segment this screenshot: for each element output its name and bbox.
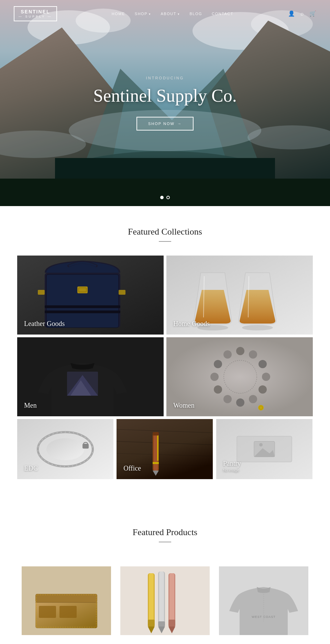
svg-rect-86 (158, 621, 165, 626)
hero-dot-2[interactable] (166, 196, 170, 199)
svg-rect-82 (148, 620, 155, 626)
collections-row-1: Leather Goods (17, 256, 313, 335)
svg-point-36 (258, 360, 267, 368)
svg-point-44 (214, 360, 222, 368)
svg-rect-19 (45, 305, 120, 308)
hero-section: INTRODUCING Sentinel Supply Co. SHOP NOW… (0, 0, 330, 206)
account-icon[interactable]: 👤 (288, 10, 295, 17)
site-logo[interactable]: SENTINEL — SUPPLY — (14, 6, 57, 21)
svg-point-40 (236, 398, 244, 407)
collections-title: Featured Collections (0, 227, 330, 237)
products-title: Featured Products (0, 527, 330, 538)
collection-office[interactable]: Office (117, 419, 213, 479)
svg-point-42 (214, 385, 222, 394)
collections-row-3: EDC (17, 419, 313, 479)
product-wallet-image (21, 566, 112, 635)
svg-point-38 (258, 385, 267, 394)
svg-point-41 (223, 395, 232, 403)
collection-office-label: Office (123, 464, 141, 472)
svg-rect-20 (45, 310, 120, 313)
collections-divider (159, 241, 171, 242)
collection-leather-label: Leather Goods (24, 320, 65, 328)
svg-rect-81 (149, 573, 154, 625)
products-row: WEST COAST (0, 556, 330, 639)
svg-rect-89 (169, 573, 174, 625)
svg-rect-85 (159, 572, 164, 625)
collection-pantry-label: Pantry No image (223, 460, 241, 472)
featured-products-section: Featured Products (0, 486, 330, 644)
svg-point-39 (249, 395, 257, 403)
svg-rect-21 (38, 290, 45, 295)
product-card-pens[interactable] (116, 563, 214, 639)
collection-home-goods[interactable]: Home Goods (166, 256, 313, 335)
products-divider (159, 542, 171, 542)
svg-point-71 (259, 443, 263, 447)
collection-edc-label: EDC (24, 464, 38, 472)
svg-rect-74 (35, 594, 97, 602)
svg-rect-65 (153, 432, 159, 436)
svg-point-34 (236, 347, 244, 355)
svg-rect-90 (168, 620, 175, 626)
collection-women[interactable]: Women (166, 337, 313, 416)
products-header: Featured Products (0, 507, 330, 556)
hero-dots (160, 196, 170, 199)
hero-dot-1[interactable] (160, 196, 164, 199)
svg-point-43 (210, 373, 219, 381)
collection-leather-goods[interactable]: Leather Goods (17, 256, 164, 335)
collection-men-label: Men (24, 402, 37, 409)
svg-point-35 (249, 350, 257, 359)
product-card-shirt[interactable]: WEST COAST (214, 563, 313, 639)
hero-intro-text: INTRODUCING (146, 76, 184, 80)
product-card-wallet[interactable] (17, 563, 116, 639)
nav-icons: 👤 ⌕ 🛒 (288, 10, 316, 17)
nav-home[interactable]: HOME (112, 12, 125, 16)
svg-rect-66 (153, 462, 159, 464)
nav-shop[interactable]: SHOP (135, 12, 151, 16)
svg-rect-22 (119, 290, 125, 295)
product-pens-image (119, 566, 211, 635)
product-shirt-image: WEST COAST (218, 566, 309, 635)
svg-rect-77 (59, 606, 77, 618)
collections-header: Featured Collections (0, 206, 330, 256)
hero-title: Sentinel Supply Co. (93, 86, 236, 106)
collections-grid: Leather Goods (0, 256, 330, 486)
svg-point-45 (223, 350, 232, 359)
svg-rect-63 (157, 433, 158, 461)
shop-now-button[interactable]: SHOP NOW → (136, 117, 194, 131)
hero-overlay: INTRODUCING Sentinel Supply Co. SHOP NOW… (0, 0, 330, 206)
svg-point-53 (46, 438, 84, 460)
cart-icon[interactable]: 🛒 (309, 10, 316, 17)
site-header: SENTINEL — SUPPLY — HOME SHOP ABOUT BLOG… (0, 0, 330, 27)
search-icon[interactable]: ⌕ (300, 11, 304, 17)
collection-pantry[interactable]: Pantry No image (216, 419, 313, 479)
svg-point-27 (242, 325, 273, 330)
collection-women-label: Women (173, 402, 195, 409)
nav-about[interactable]: ABOUT (161, 12, 180, 16)
svg-point-37 (262, 373, 270, 381)
main-nav: HOME SHOP ABOUT BLOG CONTACT (112, 12, 233, 16)
collection-men[interactable]: Men (17, 337, 164, 416)
nav-blog[interactable]: BLOG (189, 12, 202, 16)
collection-edc[interactable]: EDC (17, 419, 114, 479)
nav-contact[interactable]: CONTACT (212, 12, 233, 16)
collection-homegoods-label: Home Goods (173, 320, 210, 328)
svg-rect-76 (39, 606, 56, 618)
collections-row-2: Men (17, 337, 313, 416)
featured-collections-section: Featured Collections (0, 206, 330, 486)
